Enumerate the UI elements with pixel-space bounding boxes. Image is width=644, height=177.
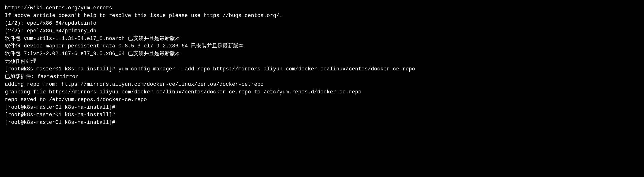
terminal-line: (2/2): epel/x86_64/primary_db [5,27,639,35]
terminal-line: repo saved to /etc/yum.repos.d/docker-ce… [5,96,639,104]
terminal-line: 无须任何处理 [5,58,639,65]
terminal-line: (1/2): epel/x86_64/updateinfo [5,20,639,27]
terminal-output: https://wiki.centos.org/yum-errorsIf abo… [5,4,639,126]
terminal-line: 软件包 7:lvm2-2.02.187-6.el7_9.5.x86_64 已安装… [5,50,639,58]
terminal-line: [root@k8s-master01 k8s-ha-install]# [5,119,639,126]
terminal-line: 软件包 yum-utils-1.1.31-54.el7_8.noarch 已安装… [5,35,639,43]
terminal-line: 软件包 device-mapper-persistent-data-0.8.5-… [5,42,639,50]
terminal-line: If above article doesn't help to resolve… [5,12,639,20]
terminal-line: grabbing file https://mirrors.aliyun.com… [5,88,639,96]
terminal-line: adding repo from: https://mirrors.aliyun… [5,81,639,88]
terminal-line: [root@k8s-master01 k8s-ha-install]# yum-… [5,65,639,73]
terminal-line: [root@k8s-master01 k8s-ha-install]# [5,111,639,119]
terminal-line: https://wiki.centos.org/yum-errors [5,4,639,12]
terminal-line: 已加载插件: fastestmirror [5,73,639,81]
terminal-line: [root@k8s-master01 k8s-ha-install]# [5,104,639,111]
